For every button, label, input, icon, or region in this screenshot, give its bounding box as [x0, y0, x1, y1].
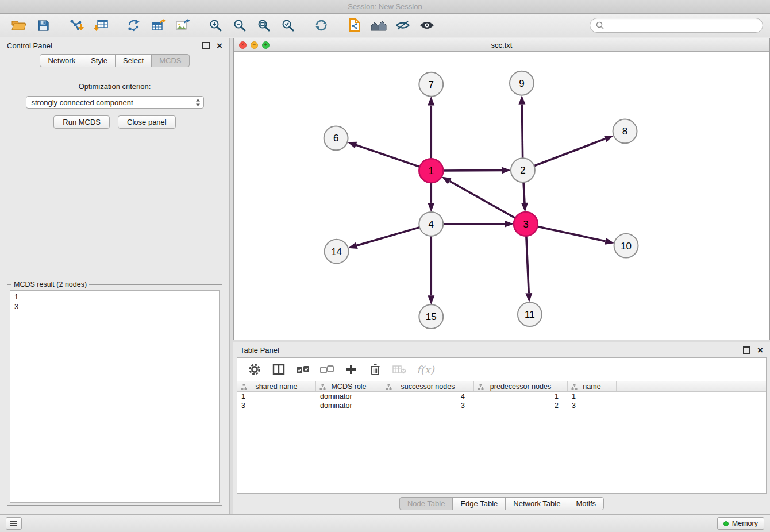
zoom-in-icon — [209, 18, 222, 32]
graph-node-14[interactable]: 14 — [325, 240, 349, 264]
search-input[interactable] — [607, 21, 757, 30]
graph-edge-3-10[interactable] — [537, 226, 605, 241]
column-header-MCDS-role[interactable]: MCDS role — [316, 381, 382, 391]
table-tab-edge-table[interactable]: Edge Table — [452, 497, 506, 510]
export-image-button[interactable] — [172, 16, 192, 35]
control-tab-mcds[interactable]: MCDS — [151, 54, 189, 67]
table-row[interactable]: 3dominator323 — [237, 401, 766, 410]
control-tab-select[interactable]: Select — [115, 54, 152, 67]
graph-node-15[interactable]: 15 — [419, 304, 443, 329]
column-header-predecessor-nodes[interactable]: predecessor nodes — [474, 381, 568, 391]
zoom-out-button[interactable] — [229, 16, 250, 35]
close-mcds-button[interactable]: Close panel — [118, 115, 176, 129]
mcds-result-group: MCDS result (2 nodes) 1 3 — [7, 284, 222, 506]
search-box — [590, 18, 763, 33]
combo-arrows-icon — [195, 98, 201, 107]
run-mcds-button[interactable]: Run MCDS — [53, 115, 110, 129]
cell-predecessor-nodes: 2 — [474, 402, 568, 410]
minimize-window-icon[interactable]: − — [251, 41, 258, 49]
export-network-button[interactable] — [124, 16, 144, 35]
graph-node-10[interactable]: 10 — [614, 234, 638, 258]
graph-node-6[interactable]: 6 — [324, 126, 348, 150]
node-table-container: f(x) shared nameMCDS rolesuccessor nodes… — [237, 357, 767, 494]
column-header-shared-name[interactable]: shared name — [237, 381, 316, 391]
cell-successor-nodes: 3 — [382, 402, 474, 410]
export-table-button[interactable] — [148, 16, 168, 35]
svg-text:14: 14 — [331, 246, 342, 257]
cell-shared-name: 1 — [237, 392, 316, 400]
graph-node-2[interactable]: 2 — [511, 158, 535, 182]
graph-edge-2-3[interactable] — [523, 182, 525, 203]
graph-node-7[interactable]: 7 — [419, 72, 443, 97]
memory-button[interactable]: Memory — [717, 517, 764, 530]
delete-table-icon — [392, 364, 406, 375]
control-tab-network[interactable]: Network — [40, 54, 83, 67]
open-session-button[interactable] — [9, 16, 29, 35]
show-view-button[interactable] — [417, 16, 437, 35]
graph-node-9[interactable]: 9 — [510, 71, 534, 95]
table-tab-network-table[interactable]: Network Table — [505, 497, 568, 510]
svg-text:11: 11 — [525, 309, 535, 320]
graph-edge-3-1[interactable] — [449, 181, 515, 218]
graph-edge-2-8[interactable] — [534, 139, 605, 166]
graph-edge-3-11[interactable] — [526, 236, 529, 294]
graph-edge-1-6[interactable] — [356, 145, 420, 167]
table-tab-node-table[interactable]: Node Table — [399, 497, 453, 510]
close-panel-icon[interactable]: × — [217, 41, 222, 51]
network-graph-canvas[interactable]: 7968124314101511 — [234, 51, 769, 340]
delete-column-button[interactable] — [366, 360, 384, 379]
svg-text:3: 3 — [523, 219, 528, 230]
memory-label: Memory — [732, 519, 758, 527]
close-table-panel-icon[interactable]: × — [757, 345, 763, 355]
svg-text:10: 10 — [621, 241, 632, 252]
graph-node-8[interactable]: 8 — [613, 119, 637, 144]
deselect-all-button[interactable] — [318, 360, 336, 379]
zoom-in-button[interactable] — [205, 16, 226, 35]
window-titlebar: Session: New Session — [0, 0, 770, 14]
save-session-button[interactable] — [33, 16, 53, 35]
hierarchy-icon — [571, 384, 578, 390]
mcds-panel: Optimization criterion: strongly connect… — [0, 67, 229, 515]
hide-details-button[interactable] — [392, 16, 413, 35]
import-table-button[interactable] — [90, 16, 111, 35]
graph-edge-1-2[interactable] — [443, 170, 502, 171]
criterion-select[interactable]: strongly connected component — [26, 96, 204, 109]
hierarchy-icon — [241, 384, 247, 390]
graph-edge-4-14[interactable] — [357, 228, 419, 246]
float-panel-icon[interactable] — [202, 42, 210, 49]
memory-status-icon — [723, 521, 729, 526]
graph-edge-2-9[interactable] — [522, 105, 522, 159]
open-folder-icon — [11, 18, 27, 32]
task-history-button[interactable] — [6, 517, 22, 530]
zoom-selected-button[interactable] — [278, 16, 298, 35]
node-table: shared nameMCDS rolesuccessor nodesprede… — [237, 381, 766, 493]
control-tab-style[interactable]: Style — [83, 54, 116, 67]
graph-node-1[interactable]: 1 — [419, 159, 443, 183]
svg-text:15: 15 — [426, 311, 437, 322]
table-header-row: shared nameMCDS rolesuccessor nodesprede… — [237, 381, 766, 392]
close-window-icon[interactable]: × — [239, 41, 247, 49]
table-tab-motifs[interactable]: Motifs — [568, 497, 604, 510]
table-settings-button[interactable] — [245, 360, 264, 379]
graph-node-4[interactable]: 4 — [419, 212, 443, 236]
network-home-button[interactable] — [368, 16, 389, 35]
float-table-panel-icon[interactable] — [743, 346, 750, 354]
select-all-button[interactable] — [294, 360, 312, 379]
graph-node-3[interactable]: 3 — [514, 212, 538, 236]
graph-node-11[interactable]: 11 — [518, 302, 542, 326]
table-row[interactable]: 1dominator411 — [237, 392, 766, 401]
control-panel-tabs: NetworkStyleSelectMCDS — [0, 54, 229, 67]
column-header-successor-nodes[interactable]: successor nodes — [382, 381, 474, 391]
duplicate-network-button[interactable] — [344, 16, 365, 35]
zoom-fit-button[interactable] — [253, 16, 274, 35]
toggle-columns-button[interactable] — [270, 360, 288, 379]
table-tabs: Node TableEdge TableNetwork TableMotifs — [233, 497, 770, 510]
add-column-button[interactable] — [342, 360, 360, 379]
maximize-window-icon[interactable]: + — [262, 41, 270, 49]
import-network-button[interactable] — [66, 16, 87, 35]
select-all-icon — [296, 364, 310, 375]
refresh-view-button[interactable] — [311, 16, 332, 35]
refresh-icon — [314, 18, 329, 33]
column-header-name[interactable]: name — [568, 381, 617, 391]
mcds-result-list[interactable]: 1 3 — [10, 290, 220, 503]
